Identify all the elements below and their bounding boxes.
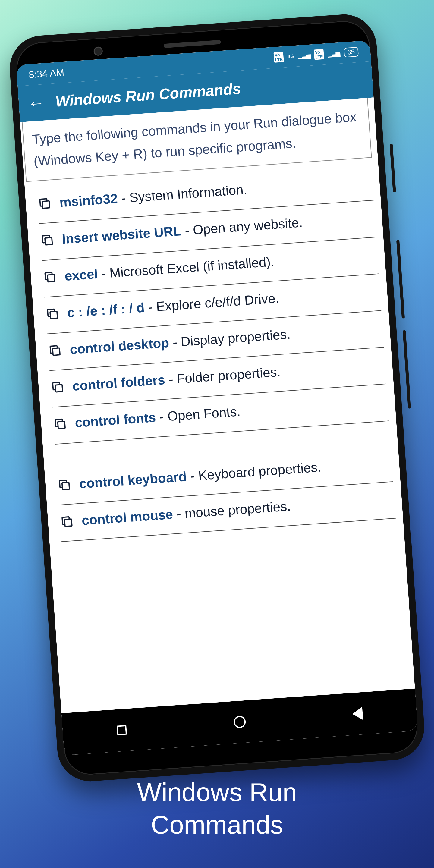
power-button-mock <box>390 144 396 192</box>
svg-rect-6 <box>58 421 65 429</box>
promo-caption: Windows Run Commands <box>0 776 434 841</box>
phone-screen: 8:34 AM VoLTE 4G ▁▃▅ VoLTE ▁▃▅ 65 ← Wind… <box>16 40 418 755</box>
command-description: Folder properties. <box>176 364 281 386</box>
command-name: control desktop <box>69 335 170 357</box>
command-description: Microsoft Excel (if installed). <box>109 254 275 280</box>
command-name: control mouse <box>82 507 174 528</box>
volume-up-mock <box>396 240 405 318</box>
volte-icon-2: VoLTE <box>314 49 324 60</box>
command-description: Display properties. <box>180 327 291 349</box>
command-description: System Information. <box>129 182 248 205</box>
phone-mockup: 8:34 AM VoLTE 4G ▁▃▅ VoLTE ▁▃▅ 65 ← Wind… <box>7 12 427 783</box>
signal-icon: ▁▃▅ <box>298 52 310 60</box>
command-name: msinfo32 <box>59 191 118 210</box>
battery-indicator: 65 <box>344 47 359 58</box>
volume-down-mock <box>403 330 411 409</box>
command-list: msinfo32 - System Information. Insert we… <box>25 163 403 543</box>
phone-speaker <box>164 40 221 48</box>
back-arrow-icon[interactable]: ← <box>27 93 45 113</box>
status-time: 8:34 AM <box>28 67 64 80</box>
nav-back-button[interactable] <box>349 705 366 722</box>
promo-line-2: Commands <box>0 809 434 841</box>
nav-home-button[interactable] <box>231 714 248 731</box>
svg-rect-8 <box>64 519 72 527</box>
copy-icon[interactable] <box>40 232 55 253</box>
page-title: Windows Run Commands <box>55 80 241 110</box>
copy-icon[interactable] <box>37 195 53 217</box>
command-description: Explore c/e/f/d Drive. <box>156 290 279 314</box>
command-description: Keyboard properties. <box>198 459 321 483</box>
svg-rect-3 <box>50 311 58 318</box>
volte-icon: VoLTE <box>274 52 284 63</box>
copy-icon[interactable] <box>53 415 68 437</box>
command-name: c : /e : /f : / d <box>67 300 145 320</box>
content-area[interactable]: Type the following commands in your Run … <box>20 97 415 713</box>
phone-camera <box>93 46 103 56</box>
nav-recent-button[interactable] <box>113 722 130 739</box>
svg-rect-2 <box>48 275 55 282</box>
phone-frame: 8:34 AM VoLTE 4G ▁▃▅ VoLTE ▁▃▅ 65 ← Wind… <box>7 12 427 783</box>
signal-icon-2: ▁▃▅ <box>328 50 340 58</box>
network-4g: 4G <box>287 53 294 59</box>
promo-line-1: Windows Run <box>0 776 434 809</box>
copy-icon[interactable] <box>60 513 75 535</box>
svg-rect-4 <box>53 348 60 355</box>
svg-rect-5 <box>55 384 63 392</box>
copy-icon[interactable] <box>45 306 60 327</box>
command-description: Open any website. <box>192 215 303 237</box>
copy-icon[interactable] <box>48 342 63 364</box>
command-name: Insert website URL <box>61 223 182 247</box>
command-name: control fonts <box>74 410 156 430</box>
svg-rect-0 <box>42 201 50 209</box>
command-name: excel <box>64 266 98 283</box>
command-description: mouse properties. <box>184 498 291 521</box>
svg-rect-7 <box>62 482 70 490</box>
command-description: Open Fonts. <box>167 404 241 424</box>
status-right: VoLTE 4G ▁▃▅ VoLTE ▁▃▅ 65 <box>274 47 359 63</box>
copy-icon[interactable] <box>50 379 66 400</box>
command-name: control folders <box>72 372 165 393</box>
command-name: control keyboard <box>79 469 187 491</box>
svg-rect-1 <box>45 238 53 245</box>
copy-icon[interactable] <box>57 476 72 498</box>
copy-icon[interactable] <box>42 269 58 290</box>
